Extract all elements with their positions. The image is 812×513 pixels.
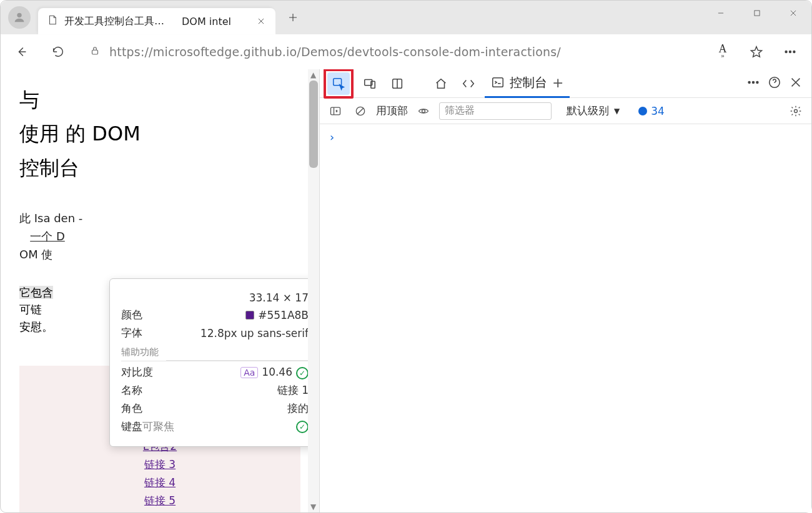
url-text: https://microsoftedge.github.io/Demos/de… [109,45,561,59]
tooltip-color-value: #551A8B [245,309,309,321]
svg-point-5 [793,51,795,53]
check-icon: ✓ [296,367,309,379]
inspect-tool-highlight [324,69,354,99]
sidebar-toggle-button[interactable] [326,102,345,120]
devtools-panel: 控制台 + 用顶部 筛选器 默认级别 ▼ [319,69,811,512]
window-controls [703,1,811,26]
chevron-down-icon: ▼ [614,107,620,115]
inspector-tooltip: 33.14 × 17 颜色 #551A8B 字体 12.8px up sans-… [109,278,319,447]
svg-point-11 [748,81,750,83]
tooltip-color-label: 颜色 [121,308,142,322]
intro-paragraph: 此 Isa den - 一个 D OM 使 [19,210,300,263]
svg-point-4 [790,51,791,53]
scrollbar-thumb[interactable] [309,81,318,168]
console-output[interactable]: › [320,124,811,512]
tooltip-keyboard-label: 键盘可聚焦 [121,419,174,434]
url-bar[interactable]: https://microsoftedge.github.io/Demos/de… [82,39,699,65]
tooltip-contrast-label: 对比度 [121,365,153,379]
titlebar: 开发工具控制台工具… DOM intel [1,1,811,34]
tooltip-name-value: 链接 1 [277,383,309,398]
list-item: 链接 5 [19,494,300,508]
link-5[interactable]: 链接 5 [144,494,176,507]
console-toolbar: 用顶部 筛选器 默认级别 ▼ 34 [320,98,811,124]
tooltip-contrast-value: Aa10.46✓ [240,366,309,379]
close-devtools-button[interactable] [789,76,803,92]
clear-console-button[interactable] [351,102,370,120]
scroll-down-arrow[interactable]: ▼ [310,502,316,511]
help-button[interactable] [768,76,781,92]
tooltip-role-label: 角色 [121,401,142,416]
scroll-up-arrow[interactable]: ▲ [310,71,316,79]
console-tab-label: 控制台 [510,74,547,91]
lock-icon [89,45,101,59]
more-button[interactable] [778,39,803,64]
svg-rect-15 [331,107,340,115]
add-tab-button[interactable]: + [552,75,563,90]
new-tab-button[interactable] [280,5,305,30]
svg-rect-8 [371,81,375,88]
refresh-button[interactable] [46,39,71,64]
tooltip-font-value: 12.8px up sans-serif [201,327,309,340]
address-bar-row: https://microsoftedge.github.io/Demos/de… [1,34,811,69]
welcome-tab[interactable] [430,72,452,95]
list-item: 链接 6 [19,512,300,512]
color-swatch [245,311,254,320]
filter-input[interactable]: 筛选器 [439,102,552,120]
issues-dot-icon [638,107,647,115]
svg-point-0 [17,13,21,17]
browser-tab[interactable]: 开发工具控制台工具… DOM intel [38,8,275,34]
dock-side-button[interactable] [386,72,408,95]
svg-rect-1 [755,11,760,16]
issues-count[interactable]: 34 [638,105,665,117]
tooltip-font-label: 字体 [121,326,142,340]
more-tools-button[interactable] [746,76,760,92]
svg-point-3 [785,51,787,53]
svg-point-17 [422,109,425,112]
read-aloud-button[interactable]: A» [710,39,735,64]
list-item: 链接 4 [19,476,300,490]
svg-rect-2 [92,50,98,54]
page-icon [47,14,58,28]
page-title: 与 使用 的 DOM 控制台 [19,83,300,185]
execution-context-selector[interactable]: 用顶部 [376,104,408,118]
svg-point-13 [756,81,758,83]
inspect-element-button[interactable] [327,72,350,95]
page-content: 与 使用 的 DOM 控制台 此 Isa den - 一个 D OM 使 它包含… [1,69,319,512]
minimize-button[interactable] [703,1,739,26]
live-expression-button[interactable] [414,102,433,120]
svg-rect-6 [334,78,342,85]
list-item: 链接 3 [19,457,300,472]
device-toolbar-button[interactable] [359,72,381,95]
svg-point-12 [753,81,755,83]
devtools-tabbar: 控制台 + [320,69,811,98]
tab-title-1: 开发工具控制台工具… [64,15,164,28]
link-4[interactable]: 链接 4 [144,476,176,489]
tab-title-2: DOM intel [182,16,231,27]
svg-rect-10 [493,78,503,87]
elements-tab[interactable] [457,72,480,95]
console-prompt[interactable]: › [329,130,335,144]
close-tab-button[interactable] [253,13,269,29]
back-button[interactable] [9,39,34,64]
profile-avatar[interactable] [8,6,31,29]
tooltip-name-label: 名称 [121,383,142,398]
link-3[interactable]: 链接 3 [144,458,176,471]
console-tab[interactable]: 控制台 + [485,69,570,98]
favorite-button[interactable] [744,39,769,64]
close-window-button[interactable] [775,1,811,26]
tooltip-a11y-heading: 辅助功能 [121,346,159,358]
page-scrollbar[interactable]: ▲ ▼ [308,69,319,512]
tooltip-role-value: 接的 [287,401,309,416]
check-icon: ✓ [296,421,309,433]
tooltip-dimensions: 33.14 × 17 [249,291,309,304]
maximize-button[interactable] [739,1,775,26]
console-settings-button[interactable] [786,102,805,120]
svg-point-18 [795,109,798,112]
log-level-selector[interactable]: 默认级别 ▼ [567,104,620,118]
